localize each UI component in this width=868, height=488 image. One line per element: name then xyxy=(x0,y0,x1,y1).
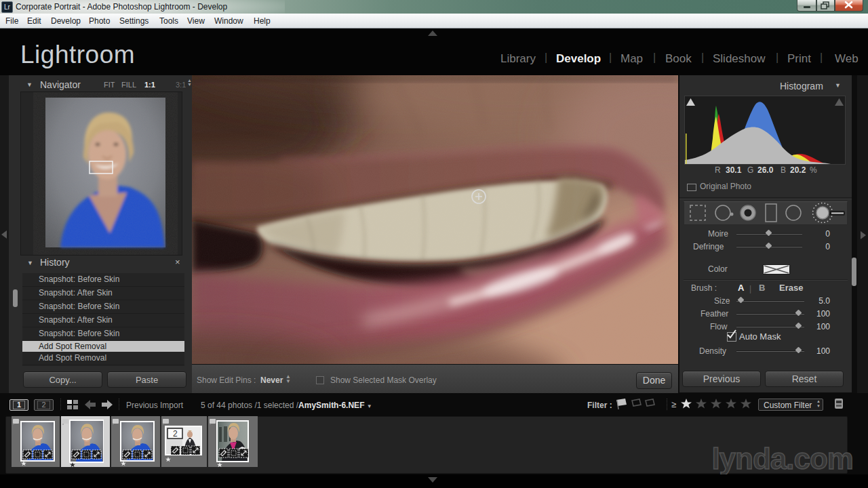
svg-text:2: 2 xyxy=(173,429,178,439)
